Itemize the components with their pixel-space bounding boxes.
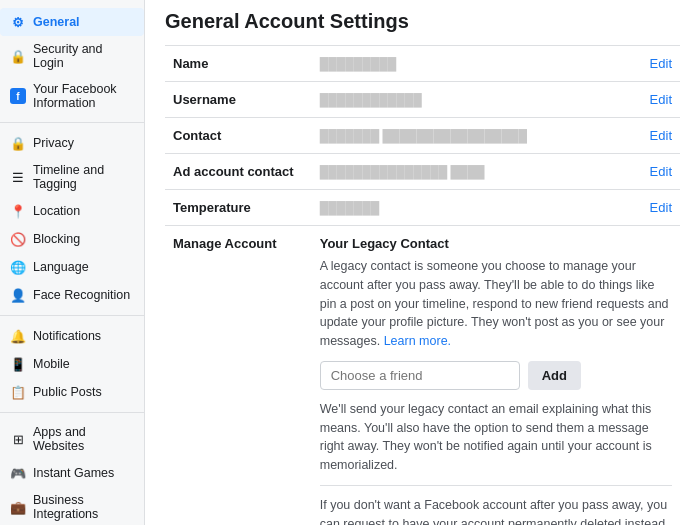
temperature-edit-cell: Edit: [631, 190, 680, 226]
friend-input-row: Add: [320, 361, 672, 390]
sidebar-label-general: General: [33, 15, 80, 29]
instant-games-icon: 🎮: [10, 465, 26, 481]
sidebar-label-instant-games: Instant Games: [33, 466, 114, 480]
settings-table: Name █████████ Edit Username ███████████…: [165, 45, 680, 525]
location-icon: 📍: [10, 203, 26, 219]
sidebar-label-facebook-info: Your Facebook Information: [33, 82, 134, 110]
sidebar-item-mobile[interactable]: 📱 Mobile: [0, 350, 144, 378]
sidebar-item-public-posts[interactable]: 📋 Public Posts: [0, 378, 144, 406]
sidebar-label-blocking: Blocking: [33, 232, 80, 246]
timeline-icon: ☰: [10, 169, 26, 185]
table-row: Ad account contact ███████████████ ████ …: [165, 154, 680, 190]
privacy-icon: 🔒: [10, 135, 26, 151]
section-divider: [320, 485, 672, 486]
friend-input[interactable]: [320, 361, 520, 390]
mobile-icon: 📱: [10, 356, 26, 372]
security-icon: 🔒: [10, 48, 26, 64]
manage-account-label: Manage Account: [165, 226, 312, 526]
sidebar-label-public-posts: Public Posts: [33, 385, 102, 399]
sidebar-divider-1: [0, 122, 144, 123]
sidebar-item-instant-games[interactable]: 🎮 Instant Games: [0, 459, 144, 487]
sidebar-divider-2: [0, 315, 144, 316]
sidebar-item-business[interactable]: 💼 Business Integrations: [0, 487, 144, 525]
ad-contact-edit-button[interactable]: Edit: [650, 164, 672, 179]
temperature-value: ███████: [312, 190, 631, 226]
add-friend-button[interactable]: Add: [528, 361, 581, 390]
main-content: General Account Settings Name █████████ …: [145, 0, 700, 525]
username-edit-cell: Edit: [631, 82, 680, 118]
ad-contact-label: Ad account contact: [165, 154, 312, 190]
name-label: Name: [165, 46, 312, 82]
sidebar-label-face: Face Recognition: [33, 288, 130, 302]
business-icon: 💼: [10, 499, 26, 515]
sidebar-item-timeline[interactable]: ☰ Timeline and Tagging: [0, 157, 144, 197]
sidebar-label-privacy: Privacy: [33, 136, 74, 150]
manage-account-content: Your Legacy Contact A legacy contact is …: [312, 226, 680, 526]
contact-edit-button[interactable]: Edit: [650, 128, 672, 143]
sidebar-item-location[interactable]: 📍 Location: [0, 197, 144, 225]
table-row: Temperature ███████ Edit: [165, 190, 680, 226]
sidebar-label-security: Security and Login: [33, 42, 134, 70]
table-row: Username ████████████ Edit: [165, 82, 680, 118]
sidebar-label-notifications: Notifications: [33, 329, 101, 343]
sidebar-item-language[interactable]: 🌐 Language: [0, 253, 144, 281]
contact-value: ███████ █████████████████: [312, 118, 631, 154]
general-icon: ⚙: [10, 14, 26, 30]
sidebar-item-facebook-info[interactable]: f Your Facebook Information: [0, 76, 144, 116]
email-description: We'll send your legacy contact an email …: [320, 400, 672, 475]
name-edit-button[interactable]: Edit: [650, 56, 672, 71]
face-icon: 👤: [10, 287, 26, 303]
sidebar-item-face[interactable]: 👤 Face Recognition: [0, 281, 144, 309]
sidebar-label-mobile: Mobile: [33, 357, 70, 371]
sidebar-label-language: Language: [33, 260, 89, 274]
language-icon: 🌐: [10, 259, 26, 275]
username-label: Username: [165, 82, 312, 118]
username-value: ████████████: [312, 82, 631, 118]
ad-contact-value: ███████████████ ████: [312, 154, 631, 190]
legacy-description: A legacy contact is someone you choose t…: [320, 257, 672, 351]
page-title: General Account Settings: [165, 10, 680, 33]
notifications-icon: 🔔: [10, 328, 26, 344]
sidebar-item-general[interactable]: ⚙ General: [0, 8, 144, 36]
sidebar-item-security[interactable]: 🔒 Security and Login: [0, 36, 144, 76]
sidebar-label-timeline: Timeline and Tagging: [33, 163, 134, 191]
sidebar: ⚙ General 🔒 Security and Login f Your Fa…: [0, 0, 145, 525]
sidebar-label-business: Business Integrations: [33, 493, 134, 521]
public-posts-icon: 📋: [10, 384, 26, 400]
sidebar-divider-3: [0, 412, 144, 413]
temperature-edit-button[interactable]: Edit: [650, 200, 672, 215]
sidebar-item-privacy[interactable]: 🔒 Privacy: [0, 129, 144, 157]
sidebar-item-notifications[interactable]: 🔔 Notifications: [0, 322, 144, 350]
username-edit-button[interactable]: Edit: [650, 92, 672, 107]
contact-label: Contact: [165, 118, 312, 154]
temperature-label: Temperature: [165, 190, 312, 226]
sidebar-item-blocking[interactable]: 🚫 Blocking: [0, 225, 144, 253]
contact-edit-cell: Edit: [631, 118, 680, 154]
table-row: Name █████████ Edit: [165, 46, 680, 82]
table-row: Contact ███████ █████████████████ Edit: [165, 118, 680, 154]
name-value: █████████: [312, 46, 631, 82]
sidebar-label-apps: Apps and Websites: [33, 425, 134, 453]
sidebar-label-location: Location: [33, 204, 80, 218]
learn-more-link[interactable]: Learn more.: [384, 334, 451, 348]
manage-account-row: Manage Account Your Legacy Contact A leg…: [165, 226, 680, 526]
blocking-icon: 🚫: [10, 231, 26, 247]
sidebar-item-apps[interactable]: ⊞ Apps and Websites: [0, 419, 144, 459]
facebook-icon: f: [10, 88, 26, 104]
legacy-title: Your Legacy Contact: [320, 236, 672, 251]
apps-icon: ⊞: [10, 431, 26, 447]
name-edit-cell: Edit: [631, 46, 680, 82]
no-account-description: If you don't want a Facebook account aft…: [320, 496, 672, 525]
ad-contact-edit-cell: Edit: [631, 154, 680, 190]
